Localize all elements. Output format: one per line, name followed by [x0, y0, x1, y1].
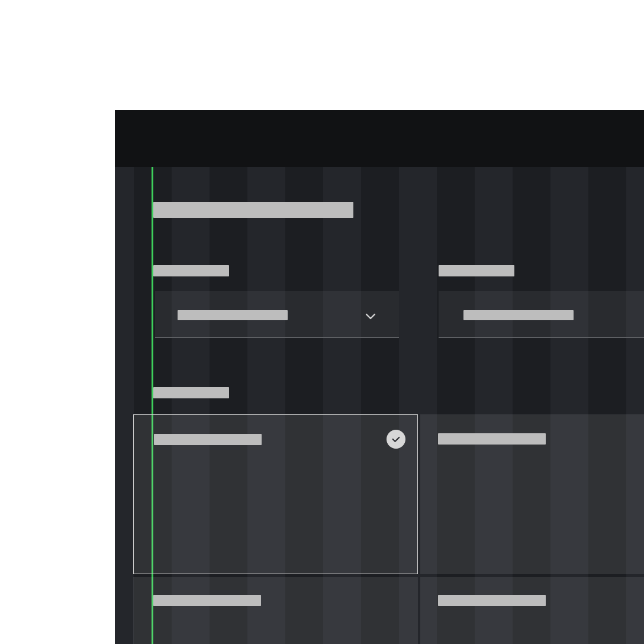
option-card-1[interactable]	[133, 414, 418, 574]
option-group-label	[153, 387, 229, 398]
app-topbar	[115, 110, 644, 167]
option-card-2[interactable]	[420, 414, 644, 574]
field-1-label	[153, 265, 229, 276]
field-1-value	[178, 310, 288, 320]
option-card-3-title	[153, 595, 261, 606]
page-heading	[153, 202, 353, 218]
field-2-value	[463, 310, 574, 320]
option-card-4-title	[438, 595, 546, 606]
app-window	[115, 110, 644, 644]
check-circle-icon	[387, 430, 405, 449]
option-card-4[interactable]	[420, 577, 644, 644]
option-card-2-title	[438, 433, 546, 445]
option-card-3[interactable]	[133, 577, 418, 644]
option-card-1-title	[154, 434, 262, 445]
field-2-label	[439, 265, 514, 276]
field-1-select[interactable]	[155, 291, 399, 338]
field-2-select[interactable]	[439, 291, 644, 338]
chevron-down-icon	[363, 309, 378, 323]
